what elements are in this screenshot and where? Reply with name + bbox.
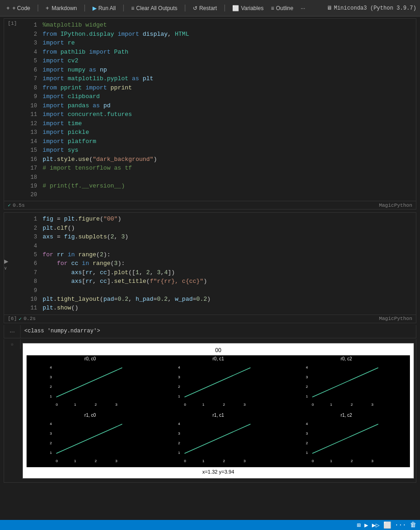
subplot-grid: r0, c0 4 3 2 1 0 1 2 3 bbox=[27, 355, 410, 467]
subplot-r0c1: r0, c1 4 3 2 1 0 1 2 3 bbox=[155, 355, 282, 411]
add-markdown-button[interactable]: + Markdown bbox=[43, 3, 80, 13]
restart-icon: ↺ bbox=[193, 5, 197, 11]
svg-text:4: 4 bbox=[306, 422, 308, 426]
svg-text:0: 0 bbox=[184, 459, 186, 463]
svg-text:1: 1 bbox=[50, 451, 52, 455]
subplot-r1c1-svg: 4 3 2 1 0 1 2 3 bbox=[156, 419, 281, 464]
ellipsis-icon: ··· bbox=[300, 5, 305, 11]
bottom-stop-icon[interactable]: ⬜ bbox=[383, 521, 391, 529]
run-cell-button[interactable]: ▶ bbox=[4, 258, 8, 265]
restart-button[interactable]: ↺ Restart bbox=[190, 3, 220, 13]
svg-text:2: 2 bbox=[306, 385, 308, 389]
svg-text:1: 1 bbox=[306, 451, 308, 455]
cell-1-status: ✓ 0.5s MagicPython bbox=[4, 201, 416, 209]
subplot-r0c1-title: r0, c1 bbox=[156, 356, 281, 361]
svg-text:4: 4 bbox=[50, 422, 52, 426]
cell-2-controls[interactable]: ▶ ∨ bbox=[4, 213, 21, 315]
bottom-run-icon[interactable]: ▶ bbox=[364, 521, 368, 529]
matplotlib-plot[interactable]: 00 r0, c0 4 3 2 1 0 1 bbox=[22, 343, 414, 479]
svg-text:2: 2 bbox=[351, 459, 353, 463]
kernel-icon: 🖥 bbox=[327, 5, 332, 11]
run-all-button[interactable]: ▶ Run All bbox=[90, 3, 119, 13]
subplot-r0c2-title: r0, c2 bbox=[284, 356, 409, 361]
plot-gutter-icon: ☆ bbox=[11, 341, 14, 347]
svg-text:1: 1 bbox=[178, 451, 180, 455]
svg-text:2: 2 bbox=[351, 403, 353, 407]
subplot-r1c0: r1, c0 4 3 2 1 0 1 2 3 bbox=[27, 412, 154, 467]
bottom-run2-icon[interactable]: ▶▷ bbox=[372, 521, 380, 529]
svg-text:3: 3 bbox=[243, 459, 245, 463]
svg-text:4: 4 bbox=[178, 422, 180, 426]
svg-text:3: 3 bbox=[178, 375, 180, 379]
svg-text:2: 2 bbox=[306, 441, 308, 445]
more-button[interactable]: ··· bbox=[298, 3, 308, 13]
output-dots-button[interactable]: ··· bbox=[8, 327, 17, 336]
bottom-bar-actions: ⊞ ▶ ▶▷ ⬜ ··· 🗑 bbox=[357, 521, 416, 529]
subplot-r0c0-svg: 4 3 2 1 0 1 2 3 bbox=[27, 362, 153, 408]
plus-icon: + bbox=[6, 5, 10, 11]
svg-text:3: 3 bbox=[371, 403, 374, 407]
subplot-r1c2: r1, c2 4 3 2 1 0 1 2 3 bbox=[283, 412, 410, 467]
clear-icon: ≡ bbox=[131, 5, 134, 11]
cell-2: ▶ ∨ 1fig = plt.figure("00") 2plt.clf() 3… bbox=[4, 212, 416, 323]
svg-text:3: 3 bbox=[371, 459, 374, 463]
svg-text:4: 4 bbox=[306, 365, 308, 370]
bottom-grid-icon[interactable]: ⊞ bbox=[357, 521, 360, 529]
svg-text:3: 3 bbox=[306, 431, 308, 436]
svg-text:3: 3 bbox=[50, 431, 52, 436]
subplot-r0c1-svg: 4 3 2 1 0 1 2 3 bbox=[156, 362, 281, 408]
cell-1-indicator: [1] bbox=[4, 19, 21, 201]
cell-2-code[interactable]: 1fig = plt.figure("00") 2plt.clf() 3axs … bbox=[21, 213, 416, 315]
svg-text:0: 0 bbox=[56, 459, 58, 463]
svg-text:1: 1 bbox=[202, 459, 204, 463]
notebook: [1] 1%matplotlib widget 2from IPython.di… bbox=[0, 18, 420, 483]
svg-text:0: 0 bbox=[312, 459, 314, 463]
plot-title: 00 bbox=[27, 347, 410, 353]
outline-button[interactable]: ≡ Outline bbox=[268, 3, 296, 13]
sep1: | bbox=[36, 4, 40, 12]
svg-text:0: 0 bbox=[312, 403, 314, 407]
svg-text:2: 2 bbox=[95, 403, 97, 407]
variables-button[interactable]: ⬜ Variables bbox=[229, 3, 266, 13]
bottom-trash-icon[interactable]: 🗑 bbox=[410, 521, 416, 529]
toolbar: + + Code | + Markdown | ▶ Run All | ≡ Cl… bbox=[0, 0, 420, 17]
output-text-content: <class 'numpy.ndarray'> bbox=[21, 325, 416, 337]
svg-text:0: 0 bbox=[184, 403, 186, 407]
add-code-button[interactable]: + + Code bbox=[4, 3, 33, 13]
cell-1-code[interactable]: 1%matplotlib widget 2from IPython.displa… bbox=[21, 19, 416, 201]
subplot-r1c2-svg: 4 3 2 1 0 1 2 3 bbox=[284, 419, 409, 464]
svg-text:1: 1 bbox=[202, 403, 204, 407]
subplot-r0c0-title: r0, c0 bbox=[27, 356, 153, 361]
svg-text:2: 2 bbox=[223, 459, 225, 463]
check-icon-2: ✓ bbox=[19, 316, 22, 322]
subplot-r1c1-title: r1, c1 bbox=[156, 413, 281, 418]
svg-text:3: 3 bbox=[243, 403, 245, 407]
svg-text:3: 3 bbox=[115, 459, 118, 463]
clear-outputs-button[interactable]: ≡ Clear All Outputs bbox=[128, 3, 180, 13]
bottom-more-icon[interactable]: ··· bbox=[395, 521, 406, 529]
subplot-r0c2-svg: 4 3 2 1 0 1 2 3 bbox=[284, 362, 409, 408]
outline-icon: ≡ bbox=[271, 5, 274, 11]
svg-text:1: 1 bbox=[330, 403, 333, 407]
svg-text:2: 2 bbox=[223, 403, 225, 407]
svg-text:3: 3 bbox=[178, 431, 180, 436]
svg-text:4: 4 bbox=[178, 365, 180, 370]
plot-gutter: ☆ bbox=[4, 339, 21, 349]
svg-text:2: 2 bbox=[50, 441, 52, 445]
variables-icon: ⬜ bbox=[232, 5, 239, 11]
kernel-info: 🖥 Miniconda3 (Python 3.9.7) bbox=[327, 5, 416, 11]
svg-text:1: 1 bbox=[74, 403, 76, 407]
plus-icon2: + bbox=[46, 5, 49, 11]
cell-1: [1] 1%matplotlib widget 2from IPython.di… bbox=[4, 18, 416, 210]
svg-text:3: 3 bbox=[306, 375, 308, 379]
output-text-wrapper: ··· <class 'numpy.ndarray'> bbox=[4, 325, 416, 338]
svg-text:1: 1 bbox=[330, 459, 333, 463]
svg-text:2: 2 bbox=[178, 441, 180, 445]
plot-output-wrapper: ☆ 00 r0, c0 4 3 2 1 bbox=[4, 339, 416, 483]
svg-text:1: 1 bbox=[178, 394, 180, 398]
ndarray-output: <class 'numpy.ndarray'> bbox=[24, 327, 412, 335]
subplot-r1c0-title: r1, c0 bbox=[27, 413, 153, 418]
cell-2-status: [6] ✓ 0.2s MagicPython bbox=[4, 315, 416, 323]
subplot-r1c1: r1, c1 4 3 2 1 0 1 2 3 bbox=[155, 412, 282, 467]
sep5: | bbox=[223, 4, 227, 12]
